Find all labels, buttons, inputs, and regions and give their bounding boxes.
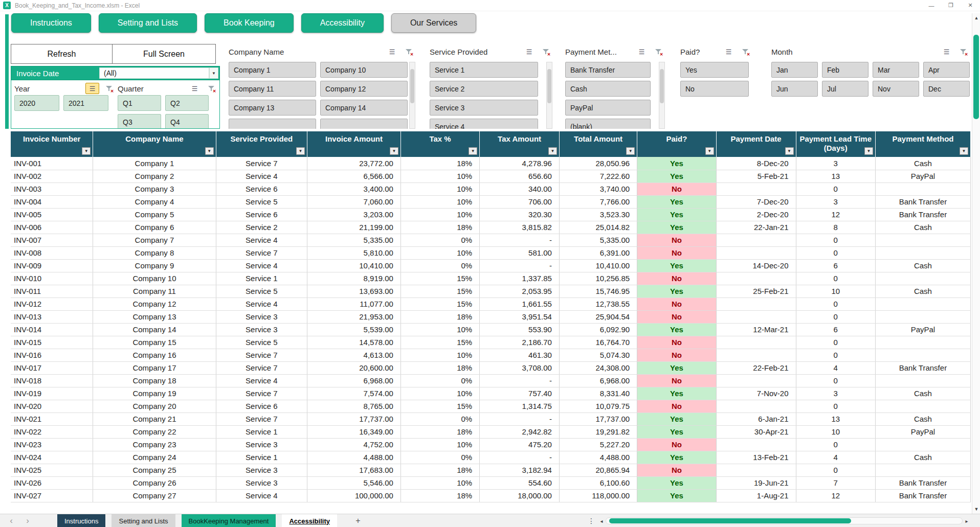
cell[interactable]: 10% [400, 182, 479, 195]
cell[interactable]: No [637, 297, 716, 310]
cell[interactable]: Company 1 [93, 157, 216, 170]
cell[interactable]: 0% [400, 413, 479, 425]
cell[interactable]: 3 [796, 157, 875, 170]
cell[interactable]: 10% [400, 323, 479, 336]
slicer-item-mar[interactable]: Mar [873, 62, 919, 78]
multiselect-icon[interactable]: ☰ [635, 46, 649, 57]
cell[interactable]: Service 1 [216, 425, 307, 438]
cell[interactable]: INV-002 [11, 170, 93, 182]
cell[interactable]: 0 [796, 400, 875, 413]
slicer-item-service-4[interactable]: Service 4 [430, 119, 538, 129]
cell[interactable]: 10 [796, 425, 875, 438]
cell[interactable] [875, 272, 970, 285]
cell[interactable]: INV-019 [11, 387, 93, 400]
cell[interactable] [875, 336, 970, 349]
column-filter-button[interactable]: ▼ [785, 147, 794, 155]
cell[interactable]: 4,613.00 [307, 349, 401, 361]
cell[interactable]: - [480, 451, 560, 464]
cell[interactable]: Service 6 [216, 182, 307, 195]
column-filter-button[interactable]: ▼ [390, 147, 398, 155]
cell[interactable]: Company 6 [93, 221, 216, 234]
cell[interactable]: Service 3 [216, 438, 307, 451]
cell[interactable]: Service 5 [216, 285, 307, 297]
cell[interactable]: Service 7 [216, 246, 307, 259]
cell[interactable]: No [637, 349, 716, 361]
cell[interactable]: 15% [400, 297, 479, 310]
cell[interactable]: 18% [400, 425, 479, 438]
cell[interactable]: 10 [796, 285, 875, 297]
cell[interactable]: INV-005 [11, 208, 93, 221]
slicer-item-company-12[interactable]: Company 12 [320, 81, 408, 97]
cell[interactable]: 6,968.00 [559, 374, 637, 387]
cell[interactable]: 3 [796, 195, 875, 208]
cell[interactable]: Yes [637, 259, 716, 272]
cell[interactable] [716, 272, 796, 285]
cell[interactable]: Service 3 [216, 464, 307, 476]
cell[interactable]: 0% [400, 234, 479, 246]
cell[interactable]: 3,182.94 [480, 464, 560, 476]
cell[interactable]: 581.00 [480, 246, 560, 259]
cell[interactable]: INV-026 [11, 476, 93, 489]
cell[interactable]: 7-Dec-20 [716, 195, 796, 208]
cell[interactable] [875, 182, 970, 195]
cell[interactable]: 22-Jan-21 [716, 221, 796, 234]
cell[interactable]: 0% [400, 259, 479, 272]
cell[interactable]: 8-Dec-20 [716, 157, 796, 170]
scroll-up-icon[interactable]: ▲ [972, 13, 980, 22]
cell[interactable]: Company 10 [93, 272, 216, 285]
cell[interactable]: Company 24 [93, 451, 216, 464]
slicer-item-q2[interactable]: Q2 [165, 95, 209, 111]
cell[interactable]: 757.40 [480, 387, 560, 400]
cell[interactable]: 19,291.82 [559, 425, 637, 438]
slicer-item-company-13[interactable]: Company 13 [229, 100, 316, 116]
clear-filter-icon[interactable]: ✕ [204, 83, 218, 94]
cell[interactable]: INV-007 [11, 234, 93, 246]
slicer-item-apr[interactable]: Apr [923, 62, 970, 78]
cell[interactable]: No [637, 272, 716, 285]
cell[interactable]: INV-006 [11, 221, 93, 234]
cell[interactable]: Yes [637, 221, 716, 234]
slicer-item-feb[interactable]: Feb [822, 62, 868, 78]
cell[interactable]: 28,050.96 [559, 157, 637, 170]
cell[interactable]: 3,203.00 [307, 208, 401, 221]
clear-filter-icon[interactable]: ✕ [956, 46, 970, 57]
cell[interactable]: 10% [400, 246, 479, 259]
cell[interactable]: Yes [637, 157, 716, 170]
cell[interactable]: 656.60 [480, 170, 560, 182]
cell[interactable]: Cash [875, 451, 970, 464]
cell[interactable]: Company 21 [93, 413, 216, 425]
cell[interactable]: 4,752.00 [307, 438, 401, 451]
cell[interactable]: Service 6 [216, 400, 307, 413]
cell[interactable] [716, 438, 796, 451]
cell[interactable]: 10% [400, 208, 479, 221]
cell[interactable]: 6 [796, 323, 875, 336]
cell[interactable]: 4,488.00 [307, 451, 401, 464]
column-filter-button[interactable]: ▼ [296, 147, 305, 155]
cell[interactable]: INV-025 [11, 464, 93, 476]
slicer-item-yes[interactable]: Yes [680, 62, 749, 78]
cell[interactable]: Service 5 [216, 336, 307, 349]
cell[interactable]: 6 [796, 259, 875, 272]
cell[interactable]: 10% [400, 170, 479, 182]
cell[interactable]: 10% [400, 195, 479, 208]
cell[interactable]: 1,661.55 [480, 297, 560, 310]
cell[interactable]: INV-021 [11, 413, 93, 425]
slicer-item-blank[interactable]: (blank) [565, 119, 651, 129]
cell[interactable]: 25-Feb-21 [716, 285, 796, 297]
cell[interactable]: PayPal [875, 170, 970, 182]
cell[interactable]: 7,766.00 [559, 195, 637, 208]
slicer-scrollbar[interactable] [659, 62, 665, 129]
cell[interactable]: 0 [796, 246, 875, 259]
cell[interactable]: 4,278.96 [480, 157, 560, 170]
cell[interactable]: INV-003 [11, 182, 93, 195]
slicer-item-jul[interactable]: Jul [822, 81, 868, 97]
cell[interactable]: No [637, 438, 716, 451]
cell[interactable]: INV-016 [11, 349, 93, 361]
cell[interactable]: 18% [400, 361, 479, 374]
cell[interactable]: 2,942.82 [480, 425, 560, 438]
scrollbar-thumb[interactable] [410, 69, 414, 103]
cell[interactable]: No [637, 310, 716, 323]
horizontal-scroll-track[interactable] [606, 517, 963, 524]
cell[interactable]: 7,574.00 [307, 387, 401, 400]
cell[interactable]: 8,765.00 [307, 400, 401, 413]
